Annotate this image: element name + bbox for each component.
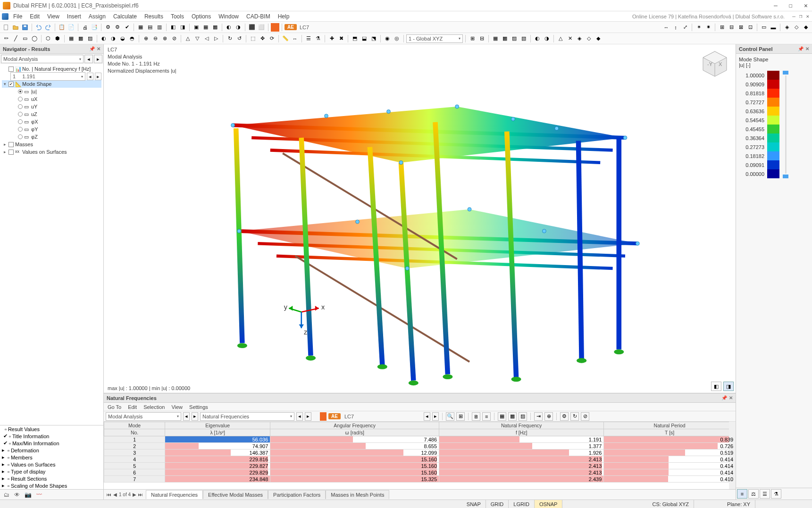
res-tool-10-icon[interactable]: ⚙ — [560, 412, 569, 421]
wp-9-icon[interactable]: △ — [556, 34, 565, 43]
results-grid[interactable]: ModeEigenvalueAngular FrequencyNatural F… — [104, 422, 736, 489]
draw-4-icon[interactable]: ◯ — [30, 34, 39, 43]
view-opt-12-icon[interactable]: ◈ — [783, 23, 791, 32]
draw-13-icon[interactable]: ◓ — [128, 34, 136, 43]
draw-2-icon[interactable]: ╱ — [11, 34, 20, 43]
navtab-views-icon[interactable]: 📷 — [25, 491, 32, 498]
pager-first-icon[interactable]: ⏮ — [107, 492, 111, 497]
misc-4-icon[interactable]: ⬓ — [360, 34, 368, 43]
res-tool-11-icon[interactable]: ↻ — [570, 412, 579, 421]
draw-7-icon[interactable]: ▦ — [67, 34, 75, 43]
wp-13-icon[interactable]: ◆ — [594, 34, 603, 43]
menu-tools[interactable]: Tools — [167, 12, 188, 21]
res-menu-selection[interactable]: Selection — [143, 404, 165, 410]
tree-u-0-radio[interactable] — [18, 89, 23, 94]
res-tool-4-icon[interactable]: ≡ — [482, 412, 491, 421]
result-row-1[interactable]: 156.0367.4861.1910.839 — [104, 436, 736, 443]
open-file-icon[interactable] — [11, 23, 20, 32]
wp-5-icon[interactable]: ▨ — [510, 34, 519, 43]
results-pin-icon[interactable]: 📌 — [721, 395, 727, 400]
menu-edit[interactable]: Edit — [26, 12, 43, 21]
draw-16-icon[interactable]: ⊗ — [160, 34, 169, 43]
navigation-cube[interactable]: -Y X — [701, 49, 729, 77]
misc-1-icon[interactable]: ✚ — [327, 34, 336, 43]
cp-tab-colors-icon[interactable]: ≡ — [737, 489, 747, 499]
tree-masses-expand[interactable]: ▸ — [3, 142, 7, 147]
mdi-minimize-button[interactable]: — — [791, 13, 796, 19]
close-button[interactable]: ✕ — [803, 2, 809, 9]
tree-vs-checkbox[interactable] — [8, 150, 14, 155]
res-tab-masses-mesh-points[interactable]: Masses in Mesh Points — [326, 490, 389, 499]
navigator-filter-prev-icon[interactable]: ◂ — [84, 55, 93, 63]
misc-2-icon[interactable]: ✖ — [337, 34, 345, 43]
misc-5-icon[interactable]: ⬔ — [369, 34, 378, 43]
tree-u-3-radio[interactable] — [18, 112, 23, 117]
tool-c-icon[interactable]: ▥ — [155, 23, 164, 32]
menu-results[interactable]: Results — [141, 12, 167, 21]
tree-u-1[interactable]: ▭uX — [2, 95, 101, 103]
draw-15-icon[interactable]: ⊖ — [151, 34, 159, 43]
view-opt-14-icon[interactable]: ◆ — [802, 23, 810, 32]
navigator-filter-next-icon[interactable]: ▸ — [94, 55, 102, 63]
tool-i-icon[interactable]: ◐ — [225, 23, 233, 32]
res-tool-5-icon[interactable]: ▦ — [498, 412, 506, 421]
filter-icon[interactable]: ⚗ — [314, 34, 322, 43]
res-analysis-next-icon[interactable]: ▸ — [192, 412, 198, 421]
result-row-6[interactable]: 6229.82915.1602.4130.414 — [104, 469, 736, 476]
wp-6-icon[interactable]: ▧ — [519, 34, 528, 43]
status-lgrid[interactable]: LGRID — [509, 500, 535, 508]
menu-logo-icon[interactable] — [2, 13, 8, 20]
maximize-button[interactable]: ☐ — [787, 2, 794, 9]
tool-b-icon[interactable]: ▤ — [146, 23, 154, 32]
opt-8-expand[interactable]: ▸ — [2, 483, 5, 489]
navigator-pin-icon[interactable]: 📌 — [89, 46, 95, 51]
opt-7-expand[interactable]: ▸ — [2, 475, 5, 482]
viewport-3d[interactable]: LC7 Modal Analysis Mode No. 1 - 1.191 Hz… — [104, 44, 736, 393]
minimize-button[interactable]: — — [772, 2, 779, 9]
draw-22-icon[interactable]: ↻ — [226, 34, 234, 43]
tree-u-2[interactable]: ▭uY — [2, 103, 101, 110]
draw-5-icon[interactable]: ⬡ — [44, 34, 52, 43]
tree-u-6-radio[interactable] — [18, 134, 23, 139]
opt-max-min-information[interactable]: ✔▫Max/Min Information — [0, 440, 103, 447]
misc-3-icon[interactable]: ⬒ — [351, 34, 359, 43]
tree-u-1-radio[interactable] — [18, 97, 23, 101]
res-menu-goto[interactable]: Go To — [108, 404, 121, 410]
tool-j-icon[interactable]: ◑ — [234, 23, 243, 32]
result-color-icon[interactable] — [271, 23, 279, 32]
undo-icon[interactable] — [34, 23, 43, 32]
res-lc-label[interactable]: LC7 — [344, 414, 354, 419]
draw-18-icon[interactable]: △ — [184, 34, 192, 43]
paste-icon[interactable]: 📄 — [67, 23, 75, 32]
legend-slider-thumb-top[interactable] — [783, 71, 788, 75]
opt-1-checkbox[interactable]: ✔ — [3, 433, 8, 439]
legend-slider[interactable] — [782, 71, 789, 178]
legend-slider-thumb-bottom[interactable] — [783, 175, 788, 178]
navigator-filter-combo[interactable]: Modal Analysis — [1, 55, 84, 63]
tree-mode-checkbox[interactable]: ✔ — [8, 82, 14, 87]
tree-u-4[interactable]: ▭φX — [2, 118, 101, 125]
draw-23-icon[interactable]: ↺ — [235, 34, 243, 43]
tool-l-icon[interactable]: ⬜ — [257, 23, 266, 32]
res-menu-view[interactable]: View — [171, 404, 183, 410]
res-tool-2-icon[interactable]: ⊞ — [456, 412, 465, 421]
opt-result-sections[interactable]: ▸▫Result Sections — [0, 475, 103, 482]
res-tool-6-icon[interactable]: ▩ — [508, 412, 517, 421]
result-row-5[interactable]: 5229.82715.1602.4130.414 — [104, 463, 736, 469]
opt-values-on-surfaces[interactable]: ▸▫Values on Surfaces — [0, 461, 103, 468]
wp-10-icon[interactable]: ✕ — [566, 34, 574, 43]
res-lc-color-icon[interactable] — [320, 412, 326, 421]
view-opt-10-icon[interactable]: ▭ — [760, 23, 768, 32]
tool-k-icon[interactable]: ⬛ — [248, 23, 256, 32]
draw-14-icon[interactable]: ⊕ — [142, 34, 150, 43]
draw-11-icon[interactable]: ◑ — [109, 34, 117, 43]
navigator-close-icon[interactable]: ✕ — [97, 46, 100, 51]
view-opt-1-icon[interactable]: ↔ — [662, 23, 670, 32]
select-icon[interactable]: ⬚ — [249, 34, 257, 43]
tool-a-icon[interactable]: ▦ — [136, 23, 145, 32]
menu-view[interactable]: View — [43, 12, 63, 21]
draw-20-icon[interactable]: ◁ — [202, 34, 211, 43]
calc-icon[interactable]: ⚙ — [104, 23, 112, 32]
draw-10-icon[interactable]: ◐ — [100, 34, 108, 43]
print-icon[interactable]: 🖨 — [81, 23, 89, 32]
